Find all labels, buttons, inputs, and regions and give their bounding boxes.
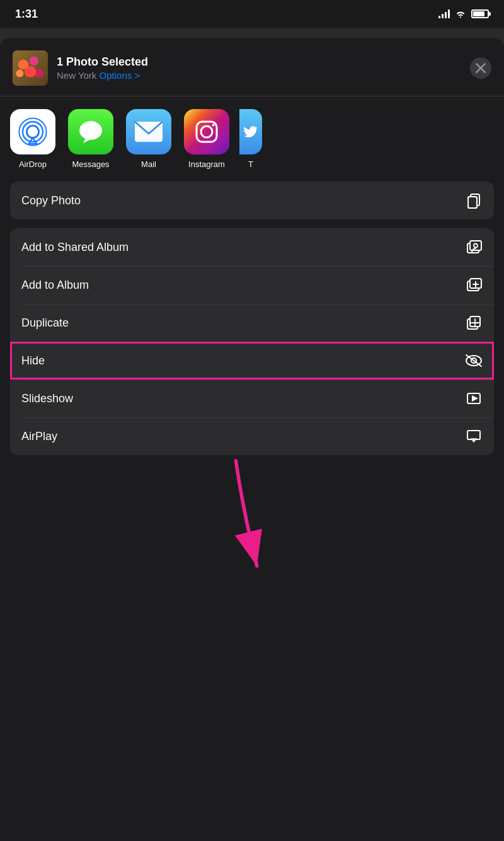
svg-marker-30 xyxy=(472,395,478,402)
app-item-airdrop[interactable]: AirDrop xyxy=(8,109,58,169)
messages-label: Messages xyxy=(72,160,109,169)
app-item-mail[interactable]: Mail xyxy=(123,109,174,169)
hide-icon xyxy=(465,352,483,369)
app-item-instagram[interactable]: Instagram xyxy=(181,109,232,169)
instagram-icon-bg xyxy=(184,109,229,154)
messages-logo xyxy=(77,118,105,146)
instagram-logo xyxy=(193,119,220,145)
instagram-label: Instagram xyxy=(188,160,225,169)
twitter-icon-partial xyxy=(239,109,262,154)
close-icon xyxy=(476,63,486,73)
menu-section-1: Copy Photo xyxy=(10,182,494,219)
svg-rect-31 xyxy=(467,431,480,439)
menu-item-hide[interactable]: Hide xyxy=(10,342,494,380)
close-button[interactable] xyxy=(470,57,491,79)
apps-row: AirDrop Messages Mail xyxy=(0,96,504,182)
menu-item-airplay[interactable]: AirPlay xyxy=(10,417,494,455)
share-sheet: 1 Photo Selected New York Options > xyxy=(0,38,504,841)
menu-section-2: Add to Shared Album Add to Album xyxy=(10,228,494,455)
share-title: 1 Photo Selected xyxy=(57,55,461,69)
svg-point-6 xyxy=(79,121,102,140)
slideshow-icon xyxy=(465,390,483,407)
status-bar: 1:31 xyxy=(0,0,504,28)
menu-item-add-shared-album[interactable]: Add to Shared Album xyxy=(10,228,494,266)
share-subtitle: New York Options > xyxy=(57,70,461,81)
airdrop-logo xyxy=(18,117,48,147)
mail-logo xyxy=(134,121,163,142)
svg-marker-32 xyxy=(471,439,477,443)
status-icons xyxy=(438,9,489,18)
svg-point-11 xyxy=(212,124,215,127)
mail-icon-bg xyxy=(126,109,171,154)
airdrop-label: AirDrop xyxy=(19,160,47,169)
menu-item-duplicate[interactable]: Duplicate xyxy=(10,304,494,342)
menu-item-add-album[interactable]: Add to Album xyxy=(10,266,494,304)
add-album-icon xyxy=(465,276,483,294)
airdrop-icon-bg xyxy=(10,109,55,154)
shared-album-icon xyxy=(465,238,483,256)
copy-icon xyxy=(465,192,483,209)
twitter-label: T xyxy=(248,160,253,169)
messages-icon-bg xyxy=(68,109,113,154)
svg-rect-13 xyxy=(468,197,477,208)
photo-thumbnail xyxy=(13,50,48,86)
svg-point-0 xyxy=(26,125,38,137)
menu-item-slideshow[interactable]: Slideshow xyxy=(10,380,494,417)
header-text: 1 Photo Selected New York Options > xyxy=(57,55,461,81)
duplicate-icon xyxy=(465,314,483,332)
app-item-twitter[interactable]: T xyxy=(239,109,262,169)
wifi-icon xyxy=(455,9,466,18)
share-header: 1 Photo Selected New York Options > xyxy=(0,38,504,96)
status-time: 1:31 xyxy=(15,8,38,21)
signal-icon xyxy=(438,9,450,18)
app-item-messages[interactable]: Messages xyxy=(66,109,116,169)
twitter-logo xyxy=(242,124,258,140)
menu-item-copy-photo[interactable]: Copy Photo xyxy=(10,182,494,219)
svg-point-10 xyxy=(201,126,212,137)
battery-icon xyxy=(471,9,489,18)
mail-label: Mail xyxy=(141,160,156,169)
options-link[interactable]: Options > xyxy=(100,70,140,81)
airplay-icon xyxy=(465,427,483,445)
